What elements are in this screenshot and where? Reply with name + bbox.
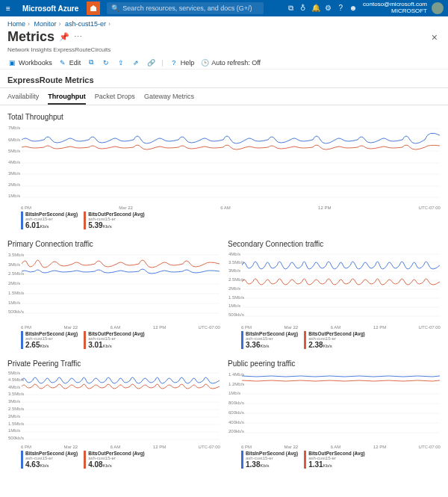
tab-gateway-metrics[interactable]: Gateway Metrics: [144, 93, 194, 105]
settings-icon[interactable]: ⚙: [323, 4, 334, 12]
page-title: Metrics: [7, 29, 55, 45]
section-title: ExpressRoute Metrics: [0, 70, 448, 88]
legend-item-in[interactable]: BitsInPerSecond (Avg)ash-cust15-er2.65Kb…: [21, 331, 78, 349]
legend-item-in[interactable]: BitsInPerSecond (Avg)ash-cust15-er3.36Kb…: [241, 331, 298, 349]
tab-availability[interactable]: Availability: [7, 93, 39, 105]
legend-item-out[interactable]: BitsOutPerSecond (Avg)ash-cust15-er4.08K…: [84, 451, 145, 469]
search-placeholder: Search resources, services, and docs (G+…: [122, 4, 252, 12]
auto-refresh-button[interactable]: 🕒Auto refresh: Off: [200, 59, 261, 67]
azure-topbar: ≡ Microsoft Azure 🔍 Search resources, se…: [0, 0, 448, 16]
directory-icon[interactable]: ♁: [298, 4, 308, 12]
refresh-icon[interactable]: ↻: [102, 59, 111, 67]
home-tile-icon[interactable]: [87, 1, 100, 15]
legend-item-out[interactable]: BitsOutPerSecond (Avg)ash-cust15-er2.38K…: [304, 331, 365, 349]
cloud-shell-icon[interactable]: ⧉: [285, 4, 296, 13]
tab-throughput[interactable]: Throughput: [48, 93, 85, 105]
chart-title: Total Throughput: [7, 108, 441, 123]
edit-button[interactable]: ✎Edit: [58, 59, 81, 67]
account-org: MICROSOFT: [363, 8, 427, 15]
chart-private-peering: Private Peering Traffic 5Mb/s 4.5Mb/s 4M…: [7, 355, 220, 469]
help-icon-2: ?: [169, 59, 178, 67]
close-icon[interactable]: ×: [432, 31, 441, 43]
page-subtitle: Network Insights ExpressRouteCircuits: [0, 46, 448, 56]
avatar[interactable]: [432, 2, 444, 14]
link-icon[interactable]: 🔗: [146, 59, 155, 67]
tab-packet-drops[interactable]: Packet Drops: [95, 93, 135, 105]
legend: BitsInPerSecond (Avg) ash-cust15-er 6.01…: [7, 210, 441, 229]
workbooks-icon: ▣: [7, 59, 16, 67]
breadcrumb: Home› Monitor› ash-cust15-er›: [0, 16, 448, 29]
hamburger-icon[interactable]: ≡: [0, 4, 16, 13]
open-icon[interactable]: ⧉: [87, 58, 96, 67]
help-button[interactable]: ?Help: [169, 59, 195, 67]
chart-total-throughput: Total Throughput 7Mb/s 6Mb/s 5Mb/s 4Mb/s…: [7, 108, 441, 229]
legend-item-out[interactable]: BitsOutPerSecond (Avg)ash-cust15-er1.31K…: [304, 451, 365, 469]
help-icon[interactable]: ?: [335, 4, 346, 12]
pin-icon[interactable]: 📌: [59, 32, 69, 42]
legend-item-out[interactable]: BitsOutPerSecond (Avg)ash-cust15-er3.01K…: [84, 331, 145, 349]
crumb-resource[interactable]: ash-cust15-er: [65, 20, 106, 28]
chart-secondary-connection: Secondary Connection traffic 4Mb/s 3.5Mb…: [228, 235, 441, 349]
legend-item-in[interactable]: BitsInPerSecond (Avg)ash-cust15-er4.63Kb…: [21, 451, 78, 469]
pin-icon-2[interactable]: ⇪: [116, 59, 125, 67]
toolbar: ▣Workbooks ✎Edit ⧉ ↻ ⇪ ⇗ 🔗 | ?Help 🕒Auto…: [0, 56, 448, 70]
legend-item-in[interactable]: BitsInPerSecond (Avg)ash-cust15-er1.38Kb…: [241, 451, 298, 469]
crumb-home[interactable]: Home: [7, 20, 25, 28]
account-block[interactable]: contoso@microsoft.com MICROSOFT: [363, 1, 427, 15]
plot-area[interactable]: 7Mb/s 6Mb/s 5Mb/s 4Mb/s 3Mb/s 2Mb/s 1Mb/…: [7, 123, 441, 205]
chart-primary-connection: Primary Connection traffic 3.5Mb/s 3Mb/s…: [7, 235, 220, 349]
workbooks-button[interactable]: ▣Workbooks: [7, 59, 52, 67]
search-icon: 🔍: [111, 4, 119, 12]
chart-public-peering: Public peering traffic 1.4Mb/s 1.2Mb/s 1…: [228, 355, 441, 469]
clock-icon: 🕒: [200, 59, 209, 67]
more-icon[interactable]: ⋯: [74, 32, 82, 42]
global-search[interactable]: 🔍 Search resources, services, and docs (…: [107, 2, 264, 14]
xaxis: 6 PMMar 226 AM12 PMUTC-07:00: [7, 205, 441, 210]
legend-item-in[interactable]: BitsInPerSecond (Avg) ash-cust15-er 6.01…: [21, 212, 78, 229]
edit-icon: ✎: [58, 59, 67, 67]
notifications-icon[interactable]: 🔔: [311, 4, 321, 12]
crumb-monitor[interactable]: Monitor: [34, 20, 57, 28]
share-icon[interactable]: ⇗: [131, 59, 140, 67]
legend-item-out[interactable]: BitsOutPerSecond (Avg) ash-cust15-er 5.3…: [84, 212, 145, 229]
tabs: Availability Throughput Packet Drops Gat…: [0, 88, 448, 105]
brand[interactable]: Microsoft Azure: [16, 4, 84, 13]
feedback-icon[interactable]: ☻: [348, 4, 358, 12]
topbar-icons: ⧉ ♁ 🔔 ⚙ ? ☻: [285, 4, 358, 13]
